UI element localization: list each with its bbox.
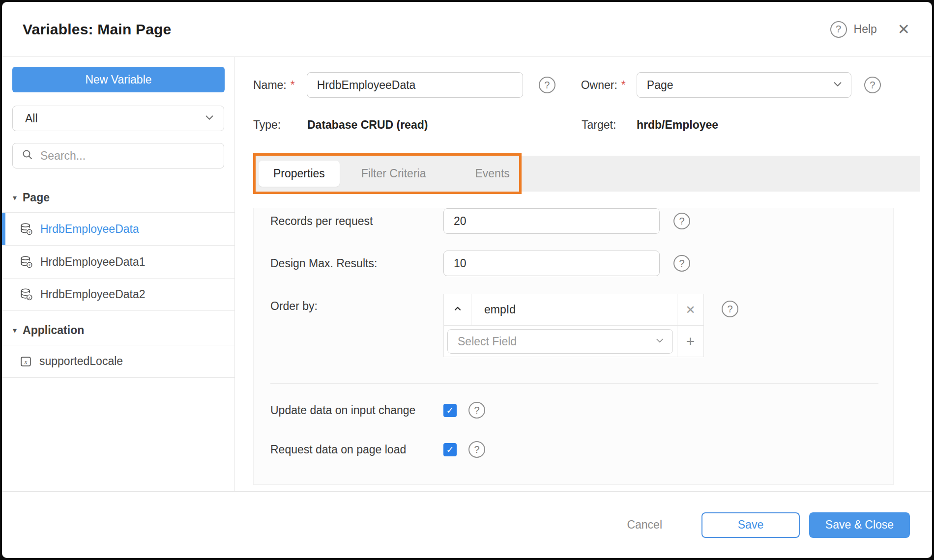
sidebar-item-hrdbemployeedata2[interactable]: x HrdbEmployeeData2 [2,278,234,311]
design-max-results-label: Design Max. Results: [270,257,443,270]
save-close-button[interactable]: Save & Close [809,512,910,538]
sidebar-item-hrdbemployeedata[interactable]: x HrdbEmployeeData [2,212,234,245]
new-variable-button[interactable]: New Variable [12,67,225,92]
database-variable-icon: x [20,288,33,301]
update-on-input-change-checkbox[interactable]: ✓ [443,404,457,417]
update-on-input-change-label: Update data on input change [270,404,443,417]
section-label: Application [23,324,84,337]
variables-sidebar: New Variable All Search... ▾ Page [2,57,235,491]
section-label: Page [23,191,50,204]
chevron-down-icon [655,336,665,347]
svg-text:x: x [28,230,30,234]
order-by-field-select[interactable]: Select Field [447,329,673,354]
caret-down-icon: ▾ [13,194,17,202]
order-by-select-placeholder: Select Field [458,335,517,348]
help-icon[interactable]: ? [830,21,847,38]
sort-ascending-toggle[interactable] [444,294,471,325]
request-on-page-load-checkbox[interactable]: ✓ [443,443,457,456]
variable-type-filter-select[interactable]: All [12,106,224,131]
order-by-group: empId ✕ Select Field [443,294,704,357]
design-max-results-help-icon[interactable]: ? [673,255,690,272]
database-variable-icon: x [20,255,33,269]
search-icon [22,149,33,163]
add-order-by-icon[interactable]: + [677,326,703,357]
variable-name: supportedLocale [39,355,123,368]
svg-text:x: x [24,359,28,365]
tab-properties[interactable]: Properties [259,161,340,187]
dialog-header: Variables: Main Page ? Help ✕ [2,2,932,57]
sidebar-section-page[interactable]: ▾ Page [2,168,234,212]
records-per-request-field[interactable] [443,208,660,234]
owner-label: Owner: [581,79,617,92]
chevron-up-icon [453,304,463,316]
chevron-down-icon [832,79,843,91]
name-help-icon[interactable]: ? [539,77,555,93]
close-icon[interactable]: ✕ [898,22,910,37]
remove-order-by-icon[interactable]: ✕ [677,294,703,325]
dialog-title: Variables: Main Page [23,21,171,38]
save-button[interactable]: Save [701,512,800,538]
properties-panel: Records per request ? Design Max. Result… [253,208,894,485]
variable-name: HrdbEmployeeData1 [40,255,146,269]
variable-detail-pane: Name: * ? Owner: * Page ? Type: Databas [235,57,932,491]
order-by-field-value[interactable]: empId [471,294,677,325]
sidebar-item-hrdbemployeedata1[interactable]: x HrdbEmployeeData1 [2,245,234,278]
svg-text:x: x [28,263,30,267]
panel-divider [270,383,878,384]
required-marker: * [621,79,626,92]
dialog-footer: Cancel Save Save & Close [2,491,932,558]
variable-name: HrdbEmployeeData2 [40,288,146,301]
order-by-help-icon[interactable]: ? [722,301,738,317]
variable-tabs: Properties Filter Criteria Events [253,153,920,194]
design-max-results-field[interactable] [443,251,660,276]
cancel-button[interactable]: Cancel [627,518,662,532]
name-label: Name: [253,79,287,92]
name-field[interactable] [307,72,523,98]
variables-dialog: Variables: Main Page ? Help ✕ New Variab… [2,2,932,558]
help-label[interactable]: Help [854,23,877,36]
owner-help-icon[interactable]: ? [864,77,881,93]
sidebar-item-supportedlocale[interactable]: x supportedLocale [2,345,234,378]
update-on-input-change-help-icon[interactable]: ? [468,402,485,419]
tab-filter-criteria[interactable]: Filter Criteria [347,161,441,187]
variable-search-input[interactable]: Search... [12,143,224,168]
variable-name: HrdbEmployeeData [40,223,139,236]
caret-down-icon: ▾ [13,327,17,335]
search-placeholder: Search... [40,149,86,163]
request-on-page-load-label: Request data on page load [270,443,443,456]
type-value: Database CRUD (read) [307,118,428,132]
svg-text:x: x [28,295,30,300]
database-variable-icon: x [20,223,33,236]
tab-events[interactable]: Events [460,161,524,187]
type-label: Type: [253,118,281,132]
variable-type-filter-value: All [25,112,38,125]
target-label: Target: [582,118,616,132]
sidebar-section-application[interactable]: ▾ Application [2,311,234,345]
chevron-down-icon [204,112,215,125]
static-variable-icon: x [20,355,32,367]
order-by-label: Order by: [270,294,443,313]
owner-value: Page [647,79,673,92]
request-on-page-load-help-icon[interactable]: ? [468,441,485,458]
records-per-request-label: Records per request [270,215,443,228]
target-value: hrdb/Employee [637,118,718,132]
owner-select[interactable]: Page [637,72,851,98]
required-marker: * [291,79,295,92]
records-per-request-help-icon[interactable]: ? [673,213,690,229]
